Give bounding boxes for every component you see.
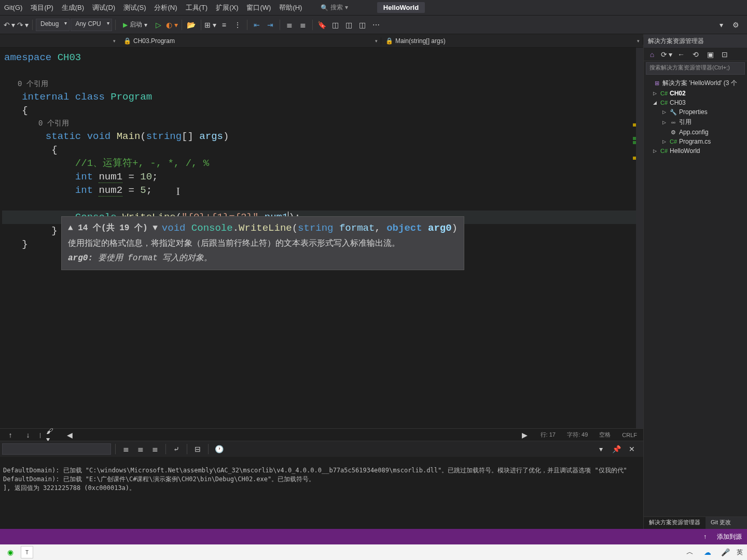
status-eol[interactable]: CRLF: [620, 432, 639, 438]
breadcrumb: 🔒CH03.Program 🔒Main(string[] args): [0, 34, 643, 48]
search-box[interactable]: 🔍 搜索 ▾: [321, 3, 348, 12]
brush-icon[interactable]: 🖌 ▾: [46, 429, 59, 441]
text-cursor-icon: I: [176, 185, 180, 198]
bookmark-clear-icon[interactable]: ◫: [356, 19, 369, 31]
tool-icon-1[interactable]: ⊞ ▾: [204, 19, 217, 31]
scroll-right-icon[interactable]: ▶: [519, 429, 531, 441]
tree-refs[interactable]: ▷▫▫引用: [644, 117, 747, 128]
crumb-class[interactable]: 🔒CH03.Program: [119, 37, 381, 45]
scroll-left-icon[interactable]: ◀: [64, 429, 76, 441]
sync-icon[interactable]: ⟳ ▾: [660, 48, 673, 61]
menu-analyze[interactable]: 分析(N): [154, 3, 177, 12]
menu-ext[interactable]: 扩展(X): [216, 3, 238, 12]
show-all-icon[interactable]: ▣: [704, 48, 716, 61]
bookmark-next-icon[interactable]: ◫: [343, 19, 355, 31]
add-source-control[interactable]: 添加到源: [717, 533, 742, 541]
crumb-method[interactable]: 🔒Main(string[] args): [381, 37, 643, 45]
menu-project[interactable]: 项目(P): [31, 3, 53, 12]
marker-bar: [632, 48, 636, 428]
vertical-scrollbar[interactable]: [636, 48, 643, 428]
code-editor[interactable]: amespace CH03 0 个引用 internal class Progr…: [0, 48, 643, 428]
menu-tools[interactable]: 工具(T): [186, 3, 208, 12]
class-icon: 🔒: [123, 37, 131, 45]
tool-icon-3[interactable]: ⋮: [231, 19, 244, 31]
status-line[interactable]: 行: 17: [538, 431, 558, 439]
codelens-refs[interactable]: 0 个引用: [2, 78, 643, 90]
back-button[interactable]: ↶ ▾: [3, 19, 16, 31]
tab-git-changes[interactable]: Git 更改: [706, 517, 736, 529]
output-clock-icon[interactable]: 🕐: [213, 443, 225, 455]
menu-git[interactable]: Git(G): [4, 4, 22, 11]
status-col[interactable]: 字符: 49: [565, 431, 590, 439]
config-icon: ⚙: [670, 129, 677, 136]
tree-appconfig[interactable]: ⚙App.config: [644, 128, 747, 137]
tree-ch03[interactable]: ◢C#CH03: [644, 98, 747, 107]
sidebar-toolbar: ⌂ ⟳ ▾ ← ⟲ ▣ ⊡: [644, 48, 747, 61]
hot-reload-icon[interactable]: ◐ ▾: [166, 19, 178, 31]
output-close-icon[interactable]: ✕: [626, 443, 638, 455]
tool-icon-2[interactable]: ≡: [218, 19, 230, 31]
comment-icon[interactable]: ≣: [283, 19, 296, 31]
output-tool-3[interactable]: ≣: [149, 443, 161, 455]
bookmark-prev-icon[interactable]: ◫: [329, 19, 342, 31]
arrow-up-icon[interactable]: ↑: [703, 533, 707, 540]
wrench-icon: 🔧: [670, 109, 677, 116]
menu-help[interactable]: 帮助(H): [279, 3, 302, 12]
tray-cloud-icon[interactable]: ☁: [701, 546, 714, 558]
tray-chevron-icon[interactable]: ︿: [684, 546, 696, 558]
taskbar-app-2[interactable]: T: [21, 546, 33, 558]
cs-file-icon: C#: [670, 138, 677, 145]
menu-debug[interactable]: 调试(D): [92, 3, 115, 12]
output-clear-icon[interactable]: ≣: [120, 443, 132, 455]
taskbar-app-1[interactable]: ◉: [4, 546, 17, 558]
forward-button[interactable]: ↷ ▾: [17, 19, 29, 31]
output-tool-5[interactable]: ⊟: [191, 443, 204, 455]
solution-explorer: 解决方案资源管理器 ⌂ ⟳ ▾ ← ⟲ ▣ ⊡ 搜索解决方案资源管理器(Ctrl…: [643, 34, 747, 529]
sidebar-title: 解决方案资源管理器: [644, 34, 747, 48]
menu-test[interactable]: 测试(S): [123, 3, 146, 12]
indent-left-icon[interactable]: ⇤: [251, 19, 263, 31]
arrow-down-icon[interactable]: ↓: [22, 429, 34, 441]
tree-program[interactable]: ▷C#Program.cs: [644, 137, 747, 146]
tree-properties[interactable]: ▷🔧Properties: [644, 107, 747, 117]
menu-build[interactable]: 生成(B): [62, 3, 84, 12]
arrow-up-icon[interactable]: ↑: [4, 429, 17, 441]
output-text[interactable]: DefaultDomain): 已加载 "C:\windows\Microsof…: [0, 457, 643, 529]
codelens-refs-main[interactable]: 0 个引用: [2, 117, 643, 130]
solution-tree[interactable]: ⊞解决方案 'HelloWorld' (3 个 ▷C#CH02 ◢C#CH03 …: [644, 76, 747, 516]
tree-helloworld[interactable]: ▷C#HelloWorld: [644, 146, 747, 156]
output-wrap-icon[interactable]: ⤶: [170, 443, 183, 455]
bookmark-icon[interactable]: 🔖: [316, 19, 328, 31]
home-icon[interactable]: ⌂: [646, 48, 658, 61]
dropdown-icon[interactable]: ▾: [715, 19, 727, 31]
tray-ime[interactable]: 英: [737, 548, 743, 557]
config-combo[interactable]: Debug: [36, 19, 70, 31]
start-debug-button[interactable]: ▶ 启动 ▾: [119, 19, 151, 30]
uncomment-icon[interactable]: ≣: [297, 19, 309, 31]
collapse-icon[interactable]: ⊡: [718, 48, 731, 61]
overload-pager[interactable]: ▲ 14 个(共 19 个) ▼: [68, 221, 158, 235]
tree-solution[interactable]: ⊞解决方案 'HelloWorld' (3 个: [644, 78, 747, 89]
menu-window[interactable]: 窗口(W): [246, 3, 271, 12]
sidebar-search[interactable]: 搜索解决方案资源管理器(Ctrl+;): [646, 62, 745, 75]
vs-status-bar: ↑ 添加到源: [0, 529, 747, 544]
tray-mic-icon[interactable]: 🎤: [719, 546, 731, 558]
output-dropdown-icon[interactable]: ▾: [594, 443, 607, 455]
output-source-combo[interactable]: [2, 443, 111, 455]
overflow-icon[interactable]: ⋯: [370, 19, 382, 31]
csproj-icon: C#: [660, 100, 668, 106]
tab-solution-explorer[interactable]: 解决方案资源管理器: [644, 517, 706, 529]
tree-ch02[interactable]: ▷C#CH02: [644, 89, 747, 98]
output-pin-icon[interactable]: 📌: [610, 443, 622, 455]
gear-icon[interactable]: ⚙: [729, 19, 742, 31]
platform-combo[interactable]: Any CPU: [71, 19, 112, 31]
start-nodebug-button[interactable]: ▷: [153, 19, 165, 31]
indent-right-icon[interactable]: ⇥: [264, 19, 276, 31]
signature-tooltip: ▲ 14 个(共 19 个) ▼ void Console.WriteLine(…: [61, 216, 464, 270]
back-arrow-icon[interactable]: ←: [675, 48, 687, 61]
status-indent[interactable]: 空格: [597, 431, 613, 439]
output-tool-2[interactable]: ≣: [134, 443, 147, 455]
save-all-icon[interactable]: ⟲: [689, 48, 702, 61]
editor-area: 🔒CH03.Program 🔒Main(string[] args) amesp…: [0, 34, 643, 529]
open-file-icon[interactable]: 📂: [185, 19, 198, 31]
